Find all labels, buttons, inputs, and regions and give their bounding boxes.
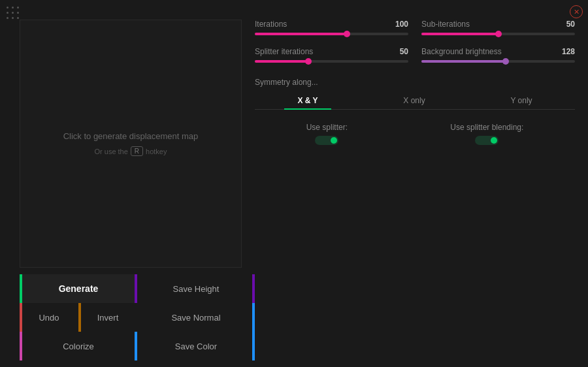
toggle-use-splitter: Use splitter: (306, 123, 348, 145)
bg-brightness-label: Background brightness (421, 47, 502, 56)
sub-iterations-thumb (495, 31, 502, 37)
bottom-buttons: Generate Save Height Undo Invert Save No… (20, 274, 255, 367)
iterations-label: Iterations (255, 20, 287, 29)
canvas-area[interactable]: Click to generate displacement map Or us… (20, 20, 242, 268)
bg-brightness-track[interactable] (421, 60, 575, 63)
sub-iterations-label: Sub-iterations (421, 20, 470, 29)
bg-brightness-thumb (502, 58, 509, 65)
splitter-iterations-fill (255, 60, 308, 63)
sym-tab-x[interactable]: X only (390, 92, 438, 109)
generate-button[interactable]: Generate (20, 274, 137, 303)
iterations-fill (255, 33, 347, 35)
sub-iterations-track[interactable] (421, 33, 575, 35)
symmetry-tabs: X & Y X only Y only (255, 92, 575, 110)
sub-iterations-fill (421, 33, 498, 35)
right-panel: Iterations 100 Splitter iterations 50 (255, 20, 575, 354)
use-splitter-blending-knob (491, 137, 497, 144)
generate-accent-left (20, 274, 22, 303)
sym-tab-y[interactable]: Y only (497, 92, 545, 109)
canvas-hotkey-hint: Or use the R hotkey (94, 146, 167, 156)
invert-button[interactable]: Invert (78, 303, 137, 332)
iterations-thumb (344, 31, 350, 37)
save-normal-button[interactable]: Save Normal (137, 303, 255, 332)
use-splitter-knob (331, 137, 337, 144)
sliders-left-col: Iterations 100 Splitter iterations 50 (255, 20, 408, 74)
slider-iterations: Iterations 100 (255, 20, 408, 35)
symmetry-label: Symmetry along... (255, 78, 575, 87)
toggle-use-splitter-blending: Use splitter blending: (450, 123, 523, 145)
splitter-iterations-track[interactable] (255, 60, 408, 63)
row2: Undo Invert (20, 303, 137, 332)
bg-brightness-fill (421, 60, 506, 63)
iterations-value: 100 (395, 20, 408, 29)
splitter-iterations-value: 50 (400, 47, 408, 56)
colorize-accent (20, 332, 22, 360)
save-color-button[interactable]: Save Color (137, 332, 255, 360)
iterations-track[interactable] (255, 33, 408, 35)
invert-accent (78, 303, 81, 332)
colorize-button[interactable]: Colorize (20, 332, 137, 360)
left-panel: Click to generate displacement map Or us… (0, 0, 255, 367)
use-splitter-toggle[interactable] (315, 136, 338, 145)
sym-tab-xy[interactable]: X & Y (284, 92, 331, 109)
hotkey-badge: R (131, 146, 143, 156)
sliders-right-col: Sub-iterations 50 Background brightness … (421, 20, 575, 74)
close-button[interactable]: ✕ (570, 5, 583, 18)
slider-splitter-iterations: Splitter iterations 50 (255, 47, 408, 63)
bg-brightness-value: 128 (562, 47, 575, 56)
undo-button[interactable]: Undo (20, 303, 78, 332)
save-height-button[interactable]: Save Height (137, 274, 255, 303)
slider-sub-iterations: Sub-iterations 50 (421, 20, 575, 35)
undo-accent (20, 303, 22, 332)
splitter-iterations-thumb (305, 58, 312, 65)
sub-iterations-value: 50 (566, 20, 575, 29)
symmetry-section: Symmetry along... X & Y X only Y only Us… (255, 78, 575, 145)
splitter-iterations-label: Splitter iterations (255, 47, 313, 56)
slider-bg-brightness: Background brightness 128 (421, 47, 575, 63)
sliders-section: Iterations 100 Splitter iterations 50 (255, 20, 575, 74)
use-splitter-blending-label: Use splitter blending: (450, 123, 523, 132)
canvas-hint: Click to generate displacement map (63, 131, 199, 141)
use-splitter-blending-toggle[interactable] (475, 136, 498, 145)
use-splitter-label: Use splitter: (306, 123, 348, 132)
toggles-row: Use splitter: Use splitter blending: (255, 123, 575, 145)
